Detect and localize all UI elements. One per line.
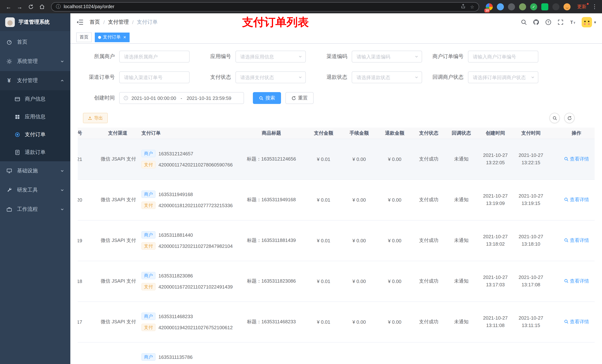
browser-menu-icon[interactable]: ⋮ <box>591 3 598 10</box>
merchant-order-no: 1635311949168 <box>159 191 193 197</box>
cell-fee: ¥ 0.00 <box>341 139 377 179</box>
merchant-order-no-input[interactable] <box>468 51 538 62</box>
pay-order-line: 支付 4200001167202110271022491439 <box>141 283 235 291</box>
search-button[interactable]: 搜索 <box>253 92 281 104</box>
cell-pay-time: 2021-10-27 13:22:15 <box>513 139 549 179</box>
svg-text:T: T <box>574 21 575 24</box>
merchant-order-no: 1635311468233 <box>159 313 193 319</box>
sidebar-item-label: 商户信息 <box>25 96 64 103</box>
merchant-order-line: 商户 1635312124657 <box>141 149 235 157</box>
font-size-icon[interactable]: TT <box>570 19 576 26</box>
browser-update-button[interactable]: 更新 <box>577 3 586 10</box>
reset-button[interactable]: 重置 <box>285 92 314 104</box>
view-detail-label: 查看详情 <box>570 319 589 325</box>
help-icon[interactable]: ? <box>545 19 552 26</box>
tab-pay-order[interactable]: 支付订单 × <box>95 32 129 42</box>
sidebar-item-pay-order[interactable]: 支付订单 <box>0 126 70 144</box>
sidebar-item-system[interactable]: 系统管理 <box>0 52 70 71</box>
annotation-title: 支付订单列表 <box>242 15 309 30</box>
sidebar-item-merchant-info[interactable]: 商户信息 <box>0 90 70 108</box>
sidebar-item-home[interactable]: 首页 <box>0 32 70 52</box>
filter-channel-code: 渠道编码 <box>310 51 422 62</box>
view-detail-link[interactable]: 查看详情 <box>564 278 589 284</box>
sidebar-item-refund-order[interactable]: 退款订单 <box>0 144 70 161</box>
sidebar-item-workflow[interactable]: 工作流程 <box>0 200 70 219</box>
sidebar-item-label: 支付管理 <box>17 77 55 84</box>
table-row: 17 微信 JSAPI 支付 商户 1635311468233 支付 42000… <box>78 302 595 342</box>
dark-extension-icon[interactable] <box>508 3 515 10</box>
search-icon[interactable] <box>521 19 527 26</box>
channel-code-select[interactable] <box>352 51 422 62</box>
sidebar-item-label: 首页 <box>17 39 64 45</box>
sidebar-item-payment[interactable]: ¥ 支付管理 <box>0 71 70 90</box>
user-menu[interactable]: ▾ <box>582 17 596 27</box>
drop-extension-icon[interactable] <box>497 3 504 10</box>
chevron-down-icon <box>60 169 64 173</box>
cell-actions: 查看详情 <box>549 302 595 342</box>
cell-amount: ¥ 0.01 <box>306 220 341 261</box>
view-detail-link[interactable]: 查看详情 <box>564 319 589 325</box>
emoji-extension-icon[interactable] <box>563 3 570 10</box>
table-tools <box>549 113 575 123</box>
show-search-toggle-button[interactable] <box>549 113 560 123</box>
sidebar-item-app-info[interactable]: 应用信息 <box>0 108 70 126</box>
breadcrumb-separator: / <box>103 19 105 25</box>
create-date: 2021-10-27 <box>480 192 511 200</box>
cell-create-time <box>478 342 513 364</box>
back-icon[interactable]: ← <box>4 2 13 11</box>
check-extension-icon[interactable]: ✓ <box>530 3 537 10</box>
pay-status-select[interactable] <box>236 71 306 83</box>
site-info-icon[interactable]: ⓘ <box>56 3 61 10</box>
channel-order-no-input[interactable] <box>119 71 190 83</box>
home-icon[interactable] <box>37 2 47 11</box>
breadcrumb-home[interactable]: 首页 <box>90 19 100 26</box>
date-separator: - <box>179 95 184 101</box>
share-icon[interactable] <box>461 3 466 10</box>
view-detail-link[interactable]: 查看详情 <box>564 197 589 203</box>
address-bar[interactable]: ⓘ localhost:1024/pay/order ☆ <box>51 2 479 11</box>
pay-date: 2021-10-27 <box>515 314 547 322</box>
cell-title <box>237 342 306 364</box>
green-extension-icon[interactable] <box>519 3 526 10</box>
github-icon[interactable] <box>533 19 540 26</box>
sidebar-item-infra[interactable]: 基础设施 <box>0 161 70 180</box>
field-label: 应用编号 <box>194 53 231 60</box>
cell-notify-status: 未通知 <box>445 179 478 220</box>
sidebar-item-label: 工作流程 <box>17 206 55 213</box>
grid-icon <box>14 114 20 120</box>
bookmark-star-icon[interactable]: ☆ <box>470 4 474 10</box>
col-channel: 支付渠道 <box>98 128 137 139</box>
export-button[interactable]: 导出 <box>83 113 108 123</box>
active-dot <box>98 36 101 39</box>
reload-icon[interactable] <box>26 2 35 11</box>
date-range-picker[interactable]: 2021-10-01 00:00:00 - 2021-10-31 23:59:5… <box>119 92 244 104</box>
puzzle-extension-icon[interactable] <box>552 3 559 10</box>
close-icon[interactable]: × <box>123 35 126 40</box>
merchant-order-line: 商户 1635311949168 <box>141 190 235 198</box>
refresh-button[interactable] <box>564 113 575 123</box>
tab-home[interactable]: 首页 <box>76 32 92 42</box>
refund-status-select[interactable] <box>352 71 422 83</box>
logo[interactable]: 芋道管理系统 <box>0 13 70 31</box>
fullscreen-icon[interactable] <box>557 19 564 26</box>
sidebar-item-devtools[interactable]: 研发工具 <box>0 180 70 200</box>
view-detail-link[interactable]: 查看详情 <box>564 156 589 162</box>
merchant-input[interactable] <box>119 51 190 62</box>
hamburger-icon[interactable] <box>76 19 84 26</box>
forward-icon[interactable]: → <box>15 2 24 11</box>
col-id: 编号 <box>78 128 98 139</box>
merchant-order-no: 1635311135786 <box>159 354 193 360</box>
colorful-extension-icon[interactable]: 10 <box>486 3 493 10</box>
field-label: 渠道编码 <box>310 53 347 60</box>
topbar: 首页 / 支付管理 / 支付订单 支付订单列表 ? <box>70 13 602 31</box>
breadcrumb-payment[interactable]: 支付管理 <box>108 19 129 26</box>
merchant-order-line: 商户 1635311468233 <box>141 312 235 320</box>
col-create-time: 创建时间 <box>478 128 513 139</box>
avatar[interactable] <box>582 17 592 27</box>
svg-text:?: ? <box>548 21 549 24</box>
view-detail-link[interactable]: 查看详情 <box>564 237 589 244</box>
app-id-select[interactable] <box>236 51 306 62</box>
notify-status-select[interactable] <box>468 71 538 83</box>
cell-pay-status: 支付成功 <box>412 261 445 302</box>
wechat-devtools-icon[interactable] <box>541 3 548 10</box>
